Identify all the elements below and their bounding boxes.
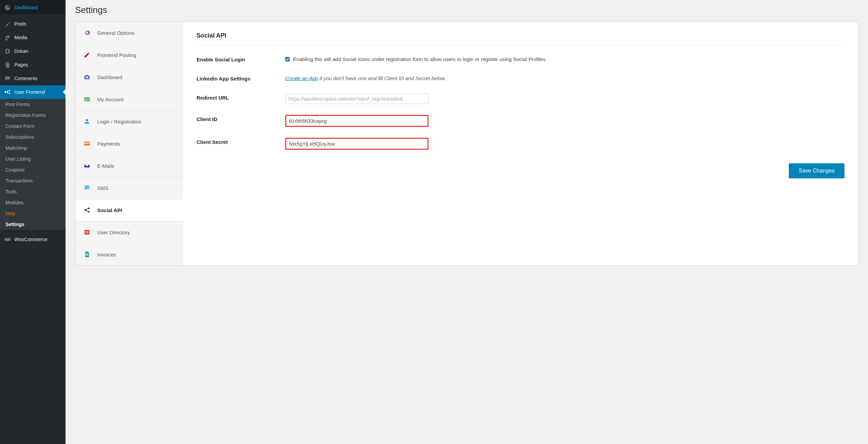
input-client-secret[interactable] [285,138,429,150]
id-card-icon [83,95,91,103]
svg-rect-6 [9,93,10,94]
tab-label: Frontend Posting [97,52,136,58]
dashboard-icon [4,4,11,11]
sub-settings[interactable]: Settings [0,219,66,230]
speedometer-icon [83,73,91,81]
woocommerce-icon: woo [4,236,11,243]
tab-label: General Options [97,30,134,36]
svg-rect-11 [85,100,87,101]
link-create-app[interactable]: Create an App [285,75,318,81]
tab-label: Invoices [97,252,116,257]
tab-social-api[interactable]: Social API [75,199,183,221]
svg-rect-27 [86,254,88,254]
row-client-secret: Client Secret [197,138,844,150]
settings-panel: General Options Frontend Posting Dashboa… [75,21,858,266]
checkbox-enable-social-login[interactable] [285,57,290,61]
media-icon [4,34,11,41]
row-redirect-url: Redirect URL [197,93,844,104]
tab-sms[interactable]: SMS [75,177,183,199]
row-enable-social-login: Enable Social Login Enabling this will a… [197,55,844,63]
tab-label: Login / Registration [97,119,141,124]
pin-icon [4,20,11,27]
enable-social-login-wrapper[interactable]: Enabling this will add Social Icons unde… [285,56,546,62]
admin-sidebar: Dashboard Posts Media Dokan Pages Commen… [0,0,66,444]
tab-payments[interactable]: Payments [75,133,183,155]
tab-label: My Account [97,97,124,102]
svg-rect-26 [85,233,89,233]
input-redirect-url[interactable] [285,93,429,104]
tab-login-registration[interactable]: Login / Registration [75,110,183,133]
row-linkedin-app: Linkedin App Settings Create an App if y… [197,74,844,83]
tab-label: User Directory [97,230,130,235]
form: Enable Social Login Enabling this will a… [197,55,844,150]
svg-point-18 [87,187,88,188]
label-client-secret: Client Secret [197,138,285,145]
sub-contact-form[interactable]: Contact Form [0,121,66,132]
tab-label: Social API [97,207,122,213]
menu-woocommerce[interactable]: woo WooCommerce [0,233,66,246]
svg-rect-16 [84,143,90,144]
tab-emails[interactable]: E-Mails [75,155,183,177]
user-icon [83,117,91,125]
svg-point-17 [86,187,87,188]
sub-post-forms[interactable]: Post Forms [0,99,66,110]
svg-rect-28 [86,254,88,255]
tab-label: Dashboard [97,74,122,80]
menu-label: Comments [14,76,61,81]
svg-rect-29 [86,255,88,256]
tab-label: Payments [97,141,120,147]
sub-modules[interactable]: Modules [0,197,66,208]
tab-dashboard[interactable]: Dashboard [75,66,183,88]
sub-tools[interactable]: Tools [0,186,66,197]
tab-invoices[interactable]: Invoices [75,243,183,265]
tab-general-options[interactable]: General Options [75,22,183,44]
tab-content: Social API Enable Social Login Enabling … [183,22,858,265]
sub-subscriptions[interactable]: Subscriptions [0,132,66,143]
settings-tabs: General Options Frontend Posting Dashboa… [75,22,183,265]
invoice-icon [83,250,91,258]
linkedin-app-suffix: if you don't have one and fill Client ID… [318,75,446,81]
menu-label: Dashboard [14,5,61,10]
tab-label: SMS [97,185,108,191]
save-changes-button[interactable]: Save Changes [789,163,844,178]
menu-user-frontend[interactable]: User Frontend [0,85,66,99]
menu-dashboard[interactable]: Dashboard [0,0,66,14]
sub-mailchimp[interactable]: Mailchimp [0,143,66,153]
mail-icon [83,162,91,170]
menu-posts[interactable]: Posts [0,17,66,31]
menu-label: WooCommerce [14,237,61,242]
form-actions: Save Changes [197,163,844,178]
sub-help[interactable]: Help [0,208,66,219]
svg-rect-4 [7,91,8,93]
page-title: Settings [75,5,858,15]
credit-card-icon [83,139,91,148]
tab-frontend-posting[interactable]: Frontend Posting [75,44,183,66]
share-icon [83,206,91,214]
label-linkedin-app: Linkedin App Settings [197,74,285,82]
menu-media[interactable]: Media [0,31,66,44]
enable-social-login-description: Enabling this will add Social Icons unde… [293,56,546,62]
svg-rect-2 [6,63,10,68]
svg-rect-13 [87,99,89,100]
sub-coupons[interactable]: Coupons [0,164,66,175]
label-client-id: Client ID [197,115,285,122]
sub-transactions[interactable]: Transactions [0,175,66,186]
tab-user-directory[interactable]: User Directory [75,221,183,243]
menu-dokan[interactable]: Dokan [0,44,66,58]
input-client-id[interactable] [285,115,429,127]
submenu: Post Forms Registration Forms Contact Fo… [0,99,66,230]
svg-point-10 [85,99,86,100]
label-redirect-url: Redirect URL [197,93,285,101]
menu-comments[interactable]: Comments [0,72,66,85]
user-frontend-icon [4,89,11,95]
sub-registration-forms[interactable]: Registration Forms [0,110,66,121]
menu-pages[interactable]: Pages [0,58,66,72]
sub-user-listing[interactable]: User Listing [0,153,66,164]
svg-rect-25 [85,232,89,232]
menu-label: Dokan [14,48,61,54]
pages-icon [4,61,11,68]
edit-icon [83,51,91,59]
tab-my-account[interactable]: My Account [75,88,183,110]
row-client-id: Client ID [197,115,844,127]
main-content: Settings General Options Frontend Postin… [66,0,868,444]
